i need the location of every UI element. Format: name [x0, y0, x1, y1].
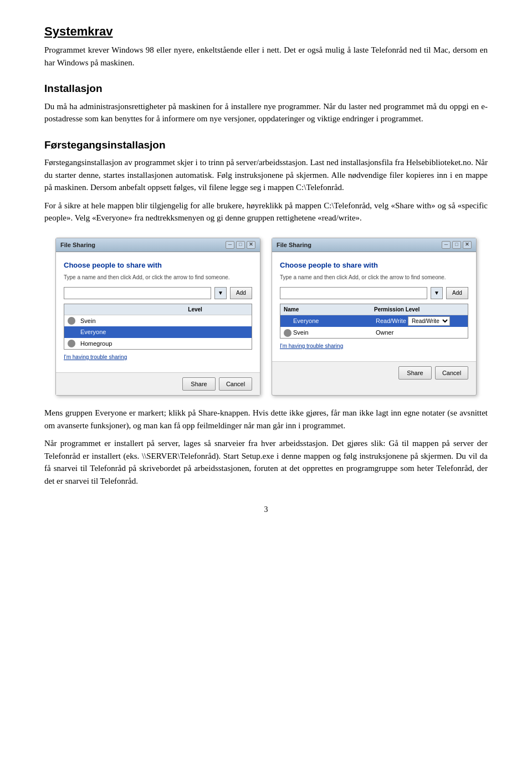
systemkrav-title: Systemkrav — [44, 22, 488, 40]
list-item[interactable]: Svein Owner — [280, 327, 468, 339]
dialog2-heading: Choose people to share with — [280, 260, 468, 271]
dialog2-close-btn[interactable]: ✕ — [463, 241, 472, 249]
dialog1-minimize-btn[interactable]: ─ — [226, 241, 234, 249]
dialog1-footer: Share Cancel — [56, 372, 260, 395]
dialog2-svein-label: Svein — [284, 328, 372, 337]
forstegang-paragraph1: Førstegangsinstallasjon av programmet sk… — [44, 156, 488, 194]
dialog1-input-row: ▼ Add — [64, 287, 252, 299]
dialog2-maximize-btn[interactable]: □ — [452, 241, 461, 249]
dialog2-arrow-btn[interactable]: ▼ — [431, 287, 443, 299]
everyone-icon — [68, 328, 75, 336]
forstegang-paragraph4: Når programmet er installert på server, … — [44, 437, 488, 487]
dialog2-footer: Share Cancel — [272, 361, 476, 384]
dialog2-input-row: ▼ Add — [280, 287, 468, 299]
dialog2-list-header: Name Permission Level — [280, 304, 468, 315]
dialog2-everyone-label: Everyone — [284, 316, 372, 326]
dialog2-col-permission-header: Permission Level — [374, 305, 464, 314]
list-item[interactable]: Everyone Read/Write Read/WriteOwner — [280, 315, 468, 327]
dialog2-trouble-link[interactable]: I'm having trouble sharing — [280, 342, 468, 350]
dialog1-col-name-header — [68, 305, 188, 314]
person-icon — [68, 317, 75, 325]
homegroup-icon — [68, 340, 75, 347]
dialog2-add-btn[interactable]: Add — [446, 287, 468, 299]
installasjon-paragraph1: Du må ha administrasjonsrettigheter på m… — [44, 100, 488, 125]
dialog1-trouble-link[interactable]: I'm having trouble sharing — [64, 353, 252, 361]
dialog2-body: Choose people to share with Type a name … — [272, 252, 476, 361]
dialog2-titlebar-label: File Sharing — [277, 240, 311, 250]
systemkrav-paragraph1: Programmet krever Windows 98 eller nyere… — [44, 44, 488, 69]
permission-dropdown[interactable]: Read/WriteOwner — [408, 316, 450, 326]
dialog1-list: Level Svein Everyone Homegroup — [64, 304, 252, 350]
dialog2-col-name-header: Name — [284, 305, 374, 314]
dialog1-close-btn[interactable]: ✕ — [247, 241, 255, 249]
dialog1-maximize-btn[interactable]: □ — [236, 241, 245, 249]
dialog1-titlebar-label: File Sharing — [60, 240, 95, 250]
list-item[interactable]: Svein — [64, 315, 252, 327]
dialog1-heading: Choose people to share with — [64, 260, 252, 271]
forstegang-paragraph3: Mens gruppen Everyone er markert; klikk … — [44, 407, 488, 432]
dialog1-name-input[interactable] — [64, 287, 211, 299]
dialog2-everyone-permission: Read/Write Read/WriteOwner — [376, 316, 464, 326]
dialog1-arrow-btn[interactable]: ▼ — [214, 287, 227, 299]
dialog1-titlebar-icons: ─ □ ✕ — [226, 241, 255, 249]
everyone-icon2 — [284, 317, 291, 325]
dialog1-list-header: Level — [64, 304, 252, 315]
installasjon-title: Installasjon — [44, 81, 488, 97]
forstegang-paragraph2: For å sikre at hele mappen blir tilgjeng… — [44, 199, 488, 224]
dialog2-share-btn[interactable]: Share — [398, 366, 432, 380]
dialog1-item-svein: Svein — [80, 316, 96, 326]
dialog1: File Sharing ─ □ ✕ Choose people to shar… — [55, 238, 260, 396]
dialog2-subtext: Type a name and then click Add, or click… — [280, 273, 468, 281]
dialog2-titlebar-icons: ─ □ ✕ — [442, 241, 472, 249]
dialog1-subtext: Type a name and then click Add, or click… — [64, 273, 252, 281]
dialog1-col-level-header: Level — [188, 305, 248, 314]
dialog1-share-btn[interactable]: Share — [182, 377, 216, 391]
dialog2-minimize-btn[interactable]: ─ — [442, 241, 451, 249]
dialog2-cancel-btn[interactable]: Cancel — [435, 366, 468, 380]
dialog2: File Sharing ─ □ ✕ Choose people to shar… — [272, 238, 477, 396]
dialog1-add-btn[interactable]: Add — [230, 287, 252, 299]
dialog1-item-everyone: Everyone — [80, 327, 106, 337]
dialog-images-row: File Sharing ─ □ ✕ Choose people to shar… — [44, 238, 488, 396]
forstegang-title: Førstegangsinstallasjon — [44, 137, 488, 153]
dialog2-list: Name Permission Level Everyone Read/Writ… — [280, 304, 468, 339]
dialog1-cancel-btn[interactable]: Cancel — [219, 377, 252, 391]
page-number: 3 — [44, 504, 488, 515]
dialog2-titlebar: File Sharing ─ □ ✕ — [272, 238, 476, 253]
svein-icon — [284, 329, 291, 337]
dialog1-item-homegroup: Homegroup — [80, 339, 112, 349]
dialog1-body: Choose people to share with Type a name … — [56, 252, 260, 372]
list-item[interactable]: Homegroup — [64, 338, 252, 350]
dialog2-svein-permission: Owner — [376, 328, 464, 337]
dialog1-titlebar: File Sharing ─ □ ✕ — [56, 238, 260, 253]
list-item[interactable]: Everyone — [64, 326, 252, 338]
dialog2-name-input[interactable] — [280, 287, 427, 299]
